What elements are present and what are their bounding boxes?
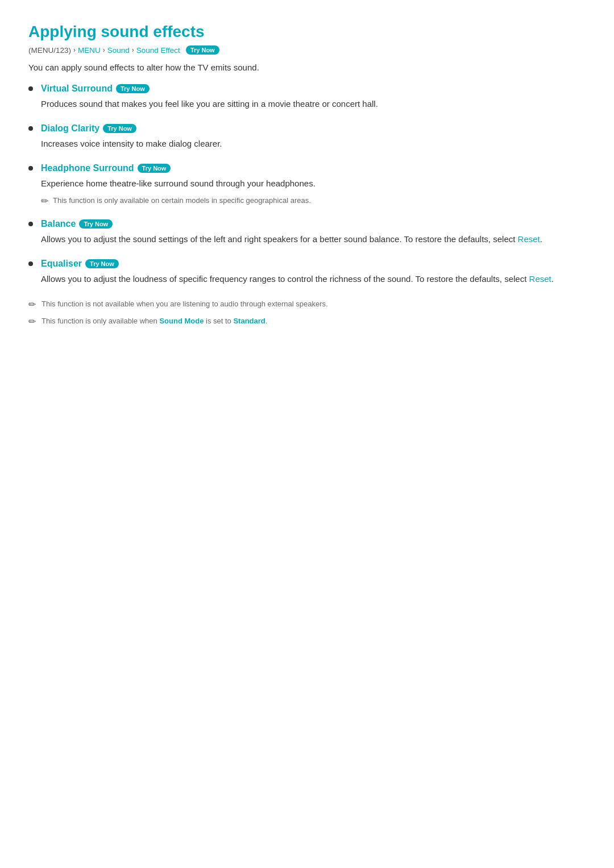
breadcrumb-menu123: (MENU/123) [28, 46, 71, 55]
balance-description: Allows you to adjust the sound settings … [41, 232, 586, 246]
bullet-icon [28, 261, 33, 266]
global-note-2-text: This function is only available when Sou… [42, 315, 267, 327]
equaliser-reset-link[interactable]: Reset [529, 274, 551, 284]
headphone-surround-try-now[interactable]: Try Now [138, 164, 171, 173]
breadcrumb-sep-3: › [132, 46, 134, 54]
balance-header: Balance Try Now [28, 219, 586, 229]
dialog-clarity-try-now[interactable]: Try Now [103, 124, 136, 133]
global-note-2: ✏ This function is only available when S… [28, 315, 586, 327]
balance-try-now[interactable]: Try Now [79, 219, 113, 229]
pencil-icon-global-1: ✏ [28, 299, 36, 310]
dialog-clarity-title: Dialog Clarity [41, 123, 99, 134]
list-item-equaliser: Equaliser Try Now Allows you to adjust t… [28, 259, 586, 286]
dialog-clarity-description: Increases voice intensity to make dialog… [41, 137, 586, 151]
breadcrumb-sound-effect[interactable]: Sound Effect [136, 46, 180, 55]
headphone-surround-description: Experience home theatre-like surround so… [41, 177, 586, 190]
bullet-icon [28, 86, 33, 91]
balance-title: Balance [41, 219, 76, 229]
equaliser-title: Equaliser [41, 259, 82, 269]
sound-mode-link[interactable]: Sound Mode [159, 317, 204, 325]
headphone-surround-note-text: This function is only available on certa… [53, 195, 311, 206]
balance-reset-link[interactable]: Reset [518, 234, 540, 244]
global-notes: ✏ This function is not available when yo… [28, 298, 586, 327]
virtual-surround-title: Virtual Surround [41, 84, 113, 94]
list-item-dialog-clarity: Dialog Clarity Try Now Increases voice i… [28, 123, 586, 151]
breadcrumb: (MENU/123) › MENU › Sound › Sound Effect… [28, 45, 586, 55]
global-note-1-text: This function is not available when you … [42, 298, 328, 310]
headphone-surround-header: Headphone Surround Try Now [28, 163, 586, 173]
headphone-surround-title: Headphone Surround [41, 163, 134, 173]
breadcrumb-sep-1: › [73, 46, 76, 54]
virtual-surround-try-now[interactable]: Try Now [116, 84, 150, 93]
headphone-surround-note: ✏ This function is only available on cer… [41, 195, 586, 206]
breadcrumb-menu[interactable]: MENU [78, 46, 101, 55]
equaliser-description: Allows you to adjust the loudness of spe… [41, 272, 586, 286]
breadcrumb-sound[interactable]: Sound [107, 46, 130, 55]
list-item-virtual-surround: Virtual Surround Try Now Produces sound … [28, 84, 586, 111]
pencil-icon-global-2: ✏ [28, 316, 36, 327]
equaliser-try-now[interactable]: Try Now [85, 259, 119, 268]
bullet-icon [28, 166, 33, 171]
list-item-headphone-surround: Headphone Surround Try Now Experience ho… [28, 163, 586, 206]
dialog-clarity-header: Dialog Clarity Try Now [28, 123, 586, 134]
page-title: Applying sound effects [28, 23, 586, 41]
virtual-surround-description: Produces sound that makes you feel like … [41, 97, 586, 111]
equaliser-header: Equaliser Try Now [28, 259, 586, 269]
intro-text: You can apply sound effects to alter how… [28, 63, 586, 72]
pencil-icon: ✏ [41, 196, 48, 206]
breadcrumb-sep-2: › [103, 46, 105, 54]
global-note-1: ✏ This function is not available when yo… [28, 298, 586, 310]
features-list: Virtual Surround Try Now Produces sound … [28, 84, 586, 286]
bullet-icon [28, 126, 33, 131]
bullet-icon [28, 222, 33, 226]
virtual-surround-header: Virtual Surround Try Now [28, 84, 586, 94]
standard-link[interactable]: Standard [233, 317, 265, 325]
list-item-balance: Balance Try Now Allows you to adjust the… [28, 219, 586, 246]
breadcrumb-try-now-badge[interactable]: Try Now [186, 45, 219, 55]
